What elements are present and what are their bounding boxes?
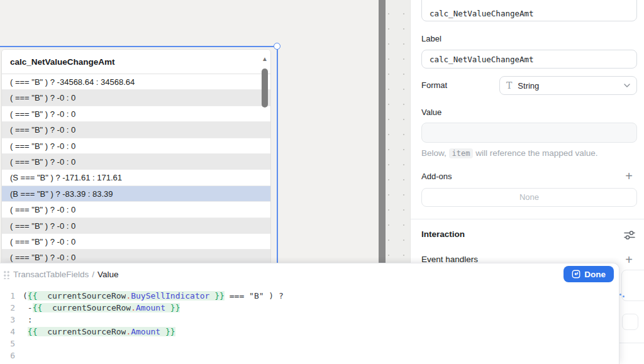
text-format-icon: T bbox=[506, 81, 512, 90]
code-token: currentSourceRow bbox=[52, 303, 131, 312]
item-token: item bbox=[449, 148, 474, 158]
line-number: 5 bbox=[5, 338, 15, 350]
line-number: 3 bbox=[5, 314, 15, 326]
table-scrollbar[interactable]: ▲ bbox=[261, 55, 269, 243]
table-row[interactable]: ( === "B" ) ? -0 : 0 bbox=[2, 218, 270, 234]
breadcrumb-parent[interactable]: TransactTableFields bbox=[13, 270, 89, 279]
code-token: currentSourceRow bbox=[47, 291, 126, 301]
interaction-section-title: Interaction bbox=[421, 229, 465, 239]
selection-border-right bbox=[277, 46, 278, 266]
label-input[interactable] bbox=[421, 50, 637, 69]
line-number: 2 bbox=[5, 302, 15, 314]
value-editor-panel: TransactTableFields / Value Done 1({{ cu… bbox=[0, 263, 619, 364]
add-event-handler-button[interactable]: + bbox=[622, 253, 636, 267]
clipped-divider bbox=[619, 343, 644, 343]
code-token: BuySellIndicator bbox=[131, 291, 209, 301]
table-row[interactable]: (B === "B" ) ? -83.39 : 83.39 bbox=[2, 186, 270, 202]
code-token bbox=[23, 327, 28, 336]
add-addon-button[interactable]: + bbox=[622, 169, 636, 183]
code-token: . bbox=[131, 303, 136, 312]
breadcrumb-separator: / bbox=[92, 270, 94, 279]
code-line[interactable]: 6 bbox=[0, 350, 619, 362]
code-line[interactable]: 4 {{ currentSourceRow.Amount }} bbox=[0, 326, 619, 338]
code-editor[interactable]: 1({{ currentSourceRow.BuySellIndicator }… bbox=[0, 285, 619, 364]
code-token: currentSourceRow bbox=[47, 327, 126, 336]
table-row[interactable]: ( === "B" ) ? -0 : 0 bbox=[2, 154, 270, 170]
code-token: {{ bbox=[28, 291, 47, 301]
code-line[interactable]: 3 : bbox=[0, 314, 619, 326]
line-number: 1 bbox=[5, 290, 15, 302]
code-line[interactable]: 7 bbox=[0, 361, 619, 364]
format-select[interactable]: T String bbox=[499, 76, 637, 95]
drag-handle-icon[interactable] bbox=[3, 270, 9, 279]
code-lines: 1({{ currentSourceRow.BuySellIndicator }… bbox=[0, 290, 619, 364]
section-divider bbox=[411, 219, 644, 219]
table-row[interactable]: ( === "B" ) ? -0 : 0 bbox=[2, 202, 270, 218]
code-token: Amount bbox=[136, 303, 165, 312]
interaction-settings-icon[interactable] bbox=[624, 230, 635, 242]
code-token: ( bbox=[23, 291, 28, 301]
help-text: Below, item will reference the mapped va… bbox=[421, 148, 598, 158]
code-token: }} bbox=[209, 291, 224, 301]
value-field-title: Value bbox=[421, 108, 441, 117]
done-button[interactable]: Done bbox=[564, 266, 614, 282]
table-row[interactable]: ( === "B" ) ? -34568.64 : 34568.64 bbox=[2, 74, 270, 90]
code-token: {{ bbox=[33, 303, 52, 312]
scrollbar-thumb[interactable] bbox=[262, 69, 268, 108]
table-row[interactable]: ( === "B" ) ? -0 : 0 bbox=[2, 138, 270, 154]
table-row[interactable]: ( === "B" ) ? -0 : 0 bbox=[2, 90, 270, 106]
table-row[interactable]: (S === "B" ) ? -171.61 : 171.61 bbox=[2, 170, 270, 185]
clipped-input-fragment bbox=[621, 270, 644, 301]
addons-none-value[interactable]: None bbox=[421, 188, 637, 207]
code-token: : bbox=[23, 315, 33, 324]
clipped-checkbox-fragment bbox=[622, 314, 638, 330]
code-token: {{ bbox=[28, 327, 47, 336]
component-name-input[interactable] bbox=[421, 0, 637, 21]
cursor-dot bbox=[619, 294, 621, 295]
table-column-preview[interactable]: calc_NetValueChangeAmt ( === "B" ) ? -34… bbox=[1, 49, 271, 266]
table-row[interactable]: ( === "B" ) ? -0 : 0 bbox=[2, 234, 270, 250]
enter-key-icon bbox=[572, 270, 580, 279]
selection-border-top bbox=[0, 46, 278, 47]
code-line[interactable]: 5 bbox=[0, 338, 619, 350]
line-number: 6 bbox=[5, 350, 15, 362]
table-rows: ( === "B" ) ? -34568.64 : 34568.64( === … bbox=[2, 74, 270, 266]
cursor-dot bbox=[623, 295, 625, 297]
code-token: - bbox=[23, 303, 33, 312]
format-field-title: Format bbox=[421, 80, 447, 90]
code-token: Amount bbox=[131, 327, 160, 336]
value-input[interactable] bbox=[421, 123, 637, 143]
code-token: }} bbox=[165, 303, 180, 312]
done-button-label: Done bbox=[584, 270, 606, 279]
addons-section-title: Add-ons bbox=[421, 172, 452, 181]
line-number: 7 bbox=[5, 361, 15, 364]
breadcrumb-current: Value bbox=[97, 270, 119, 279]
format-selected-value: String bbox=[518, 81, 618, 91]
chevron-down-icon bbox=[624, 84, 630, 87]
editor-header: TransactTableFields / Value Done bbox=[0, 263, 619, 285]
code-token: }} bbox=[160, 327, 175, 336]
help-prefix: Below, bbox=[421, 148, 447, 158]
line-number: 4 bbox=[5, 326, 15, 338]
code-token: === "B" ) ? bbox=[225, 291, 284, 301]
column-header: calc_NetValueChangeAmt bbox=[2, 50, 270, 74]
help-suffix: will reference the mapped value. bbox=[473, 148, 597, 158]
label-field-title: Label bbox=[421, 34, 441, 43]
table-row[interactable]: ( === "B" ) ? -0 : 0 bbox=[2, 122, 270, 138]
scroll-up-icon[interactable]: ▲ bbox=[261, 55, 269, 63]
code-line[interactable]: 1({{ currentSourceRow.BuySellIndicator }… bbox=[0, 290, 619, 302]
code-line[interactable]: 2 -{{ currentSourceRow.Amount }} bbox=[0, 302, 619, 314]
table-row[interactable]: ( === "B" ) ? -0 : 0 bbox=[2, 106, 270, 122]
selection-resize-handle[interactable] bbox=[274, 43, 280, 50]
